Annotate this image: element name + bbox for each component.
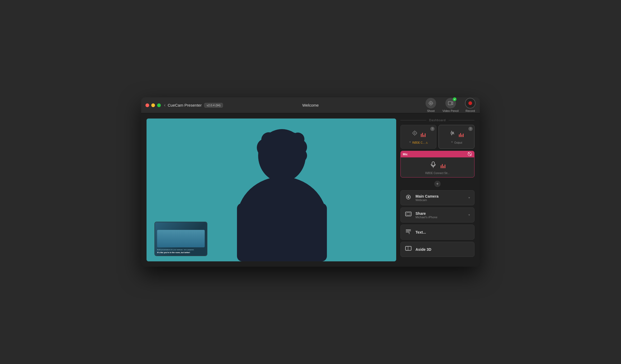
output-level-bars bbox=[459, 132, 464, 137]
record-icon bbox=[468, 101, 473, 106]
svg-rect-20 bbox=[451, 132, 453, 134]
tablet-line-2: It's like you're in the room, but better… bbox=[157, 252, 205, 253]
svg-rect-29 bbox=[409, 232, 409, 234]
svg-rect-28 bbox=[407, 213, 410, 215]
share-info: Share Michael's iPhone bbox=[415, 211, 465, 219]
rode-help-button[interactable]: ? bbox=[430, 127, 435, 131]
svg-point-19 bbox=[414, 132, 415, 133]
svg-rect-2 bbox=[448, 102, 451, 105]
video-pencil-label: Video Pencil bbox=[442, 109, 459, 112]
app-window: ‹ CueCam Presenter v2.0.4 (94) Welcome S… bbox=[141, 97, 480, 267]
svg-rect-27 bbox=[405, 212, 411, 216]
mic-card[interactable]: Mic bbox=[400, 151, 474, 178]
tablet-line-1: Build presentations for your webcam, not… bbox=[157, 249, 205, 251]
titlebar: ‹ CueCam Presenter v2.0.4 (94) Welcome S… bbox=[141, 97, 480, 113]
text-source[interactable]: Text... bbox=[400, 225, 474, 240]
mic-icon bbox=[430, 161, 437, 170]
main-content: Build presentations for your webcam, not… bbox=[141, 113, 480, 267]
audio-cards-row: ? bbox=[400, 125, 474, 149]
aside-3d-title: Aside 3D bbox=[415, 247, 467, 252]
level-bar-4 bbox=[425, 133, 426, 137]
app-name: CueCam Presenter bbox=[168, 103, 202, 107]
mic-bar-2 bbox=[442, 164, 443, 168]
svg-point-26 bbox=[408, 196, 409, 198]
out-bar-3 bbox=[462, 135, 462, 137]
rode-name: RØDE C... ⚠ bbox=[412, 141, 428, 144]
aside-3d-source[interactable]: Aside 3D bbox=[400, 242, 474, 257]
share-subtitle: Michael's iPhone bbox=[415, 216, 465, 219]
mic-level-bars bbox=[441, 163, 445, 168]
maximize-button[interactable] bbox=[157, 103, 161, 107]
tablet-preview: Build presentations for your webcam, not… bbox=[154, 222, 207, 256]
main-camera-subtitle: Webcam bbox=[415, 198, 465, 202]
svg-point-1 bbox=[430, 102, 432, 104]
person-silhouette bbox=[218, 119, 351, 261]
output-audio-icon bbox=[449, 130, 456, 138]
out-bar-2 bbox=[460, 133, 461, 137]
rode-audio-card[interactable]: ? bbox=[400, 125, 436, 149]
svg-rect-30 bbox=[405, 246, 411, 250]
text-icon bbox=[404, 228, 412, 236]
traffic-lights bbox=[145, 103, 161, 107]
output-help-button[interactable]: ? bbox=[468, 127, 473, 131]
svg-point-13 bbox=[291, 133, 304, 146]
mic-bar-4 bbox=[445, 165, 445, 168]
text-info: Text... bbox=[415, 230, 467, 234]
share-icon bbox=[404, 211, 412, 219]
mic-bar-3 bbox=[443, 166, 444, 168]
video-pencil-icon bbox=[448, 100, 454, 106]
out-bar-1 bbox=[459, 134, 460, 137]
svg-rect-17 bbox=[237, 203, 327, 261]
rode-dropdown-arrow: ▼ bbox=[409, 141, 411, 143]
shoot-icon-circle bbox=[426, 98, 436, 108]
svg-rect-31 bbox=[405, 246, 408, 250]
svg-point-12 bbox=[261, 132, 276, 147]
sidebar: Dashboard ? bbox=[400, 119, 474, 261]
out-bar-4 bbox=[463, 134, 464, 137]
main-camera-title: Main Camera bbox=[415, 194, 465, 198]
window-title: Welcome bbox=[302, 103, 319, 107]
share-source[interactable]: Share Michael's iPhone ▼ bbox=[400, 207, 474, 222]
mic-device-name: RØDE Connect Str... bbox=[425, 172, 450, 175]
level-bar-1 bbox=[421, 134, 422, 137]
version-badge: v2.0.4 (94) bbox=[204, 103, 223, 108]
video-pencil-button[interactable]: Video Pencil bbox=[442, 98, 459, 112]
tablet-screen: Build presentations for your webcam, not… bbox=[155, 222, 207, 256]
video-area: Build presentations for your webcam, not… bbox=[147, 119, 396, 261]
main-camera-arrow-icon: ▼ bbox=[468, 196, 471, 199]
close-button[interactable] bbox=[145, 103, 149, 107]
shoot-icon bbox=[428, 100, 434, 106]
mic-tag: Mic bbox=[401, 151, 474, 157]
main-camera-source[interactable]: Main Camera Webcam ▼ bbox=[400, 190, 474, 205]
back-arrow-icon[interactable]: ‹ bbox=[164, 102, 166, 108]
svg-line-22 bbox=[468, 152, 471, 156]
svg-point-3 bbox=[468, 101, 472, 105]
share-arrow-icon: ▼ bbox=[468, 213, 471, 216]
video-background: Build presentations for your webcam, not… bbox=[147, 119, 396, 261]
output-dropdown-arrow: ▼ bbox=[451, 141, 453, 143]
dashboard-label: Dashboard bbox=[400, 119, 474, 122]
text-title: Text... bbox=[415, 230, 467, 234]
record-button[interactable]: Record bbox=[465, 98, 476, 112]
shoot-label: Shoot bbox=[427, 109, 435, 112]
aside-icon bbox=[404, 245, 412, 253]
record-label: Record bbox=[465, 109, 475, 112]
output-audio-card[interactable]: ? bbox=[439, 125, 474, 149]
aside-3d-info: Aside 3D bbox=[415, 247, 467, 252]
video-pencil-badge bbox=[453, 97, 456, 101]
shoot-button[interactable]: Shoot bbox=[426, 98, 436, 112]
record-icon-circle bbox=[465, 98, 476, 108]
titlebar-tools: Shoot Video Pencil bbox=[426, 98, 476, 112]
mic-slash-icon bbox=[467, 152, 472, 157]
mic-bar-1 bbox=[441, 165, 441, 168]
main-camera-icon bbox=[404, 194, 412, 202]
main-camera-info: Main Camera Webcam bbox=[415, 194, 465, 202]
minimize-button[interactable] bbox=[151, 103, 155, 107]
video-pencil-icon-circle bbox=[445, 98, 456, 108]
level-bar-2 bbox=[422, 133, 423, 137]
rode-level-bars bbox=[421, 132, 426, 137]
svg-rect-23 bbox=[432, 162, 434, 166]
output-name: Output bbox=[454, 141, 462, 144]
level-bar-3 bbox=[423, 135, 424, 137]
add-source-button[interactable]: + bbox=[434, 181, 441, 187]
